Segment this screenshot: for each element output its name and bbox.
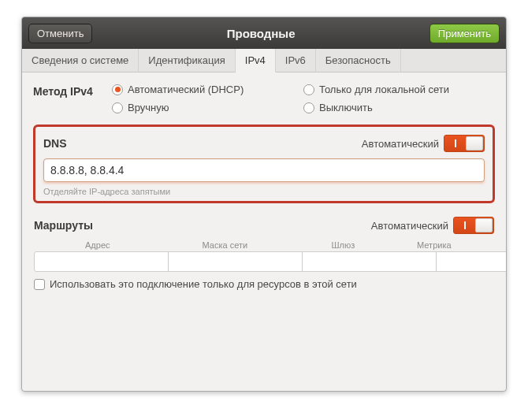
tab-ipv6[interactable]: IPv6 [276, 49, 316, 72]
routes-title: Маршруты [34, 219, 371, 232]
routes-column-headers: Адрес Маска сети Шлюз Метрика [34, 240, 494, 250]
col-address: Адрес [34, 240, 162, 250]
method-local-label: Только для локальной сети [319, 84, 449, 95]
routes-only-local-label: Использовать это подключение только для … [50, 278, 357, 290]
routes-auto-switch[interactable] [453, 217, 494, 234]
method-manual[interactable]: Вручную [112, 102, 303, 113]
method-off[interactable]: Выключить [303, 102, 495, 113]
col-metric: Метрика [398, 240, 470, 250]
dns-auto-label: Автоматический [362, 138, 439, 150]
dns-title: DNS [43, 137, 362, 150]
dns-auto-switch[interactable] [444, 135, 485, 152]
switch-on-icon [455, 139, 456, 147]
ipv4-method-label: Метод IPv4 [33, 84, 112, 98]
network-settings-window: Отменить Проводные Применить Сведения о … [21, 17, 507, 392]
method-auto-label: Автоматический (DHCP) [128, 84, 244, 95]
cancel-button[interactable]: Отменить [28, 24, 92, 43]
route-netmask-input[interactable] [169, 251, 303, 272]
route-row [34, 251, 494, 272]
routes-section: Маршруты Автоматический Адрес Маска сети… [33, 213, 495, 291]
apply-button[interactable]: Применить [429, 24, 500, 43]
tab-security[interactable]: Безопасность [316, 49, 401, 72]
route-address-input[interactable] [34, 251, 169, 272]
method-local[interactable]: Только для локальной сети [303, 84, 495, 95]
method-auto[interactable]: Автоматический (DHCP) [112, 84, 303, 95]
switch-knob [466, 136, 483, 151]
radio-icon [112, 102, 123, 113]
dns-section: DNS Автоматический Отделяйте IP-адреса з… [33, 125, 495, 203]
col-netmask: Маска сети [162, 240, 289, 250]
radio-icon [303, 84, 314, 95]
route-gateway-input[interactable] [303, 251, 437, 272]
tab-content: Метод IPv4 Автоматический (DHCP) Только … [22, 72, 506, 308]
ipv4-method-row: Метод IPv4 Автоматический (DHCP) Только … [33, 84, 495, 113]
routes-header: Маршруты Автоматический [34, 217, 494, 234]
dns-servers-input[interactable] [43, 158, 485, 182]
switch-on-icon [464, 221, 466, 229]
titlebar: Отменить Проводные Применить [22, 17, 506, 49]
tab-ipv4[interactable]: IPv4 [236, 49, 276, 72]
tab-identity[interactable]: Идентификация [139, 49, 235, 72]
ipv4-method-options: Автоматический (DHCP) Только для локальн… [112, 84, 495, 113]
radio-icon [303, 102, 314, 113]
switch-knob [475, 218, 493, 232]
dns-hint: Отделяйте IP-адреса запятыми [43, 187, 485, 196]
col-gateway: Шлюз [288, 240, 398, 250]
radio-icon [112, 84, 123, 95]
routes-auto-label: Автоматический [371, 220, 448, 232]
method-off-label: Выключить [319, 102, 373, 113]
tabs-bar: Сведения о системе Идентификация IPv4 IP… [22, 49, 506, 72]
method-manual-label: Вручную [128, 102, 169, 113]
dns-header: DNS Автоматический [43, 135, 485, 152]
window-title: Проводные [92, 27, 429, 40]
checkbox-icon [34, 279, 45, 290]
routes-only-local[interactable]: Использовать это подключение только для … [34, 278, 494, 290]
tab-details[interactable]: Сведения о системе [22, 49, 139, 72]
route-metric-input[interactable] [437, 251, 507, 272]
